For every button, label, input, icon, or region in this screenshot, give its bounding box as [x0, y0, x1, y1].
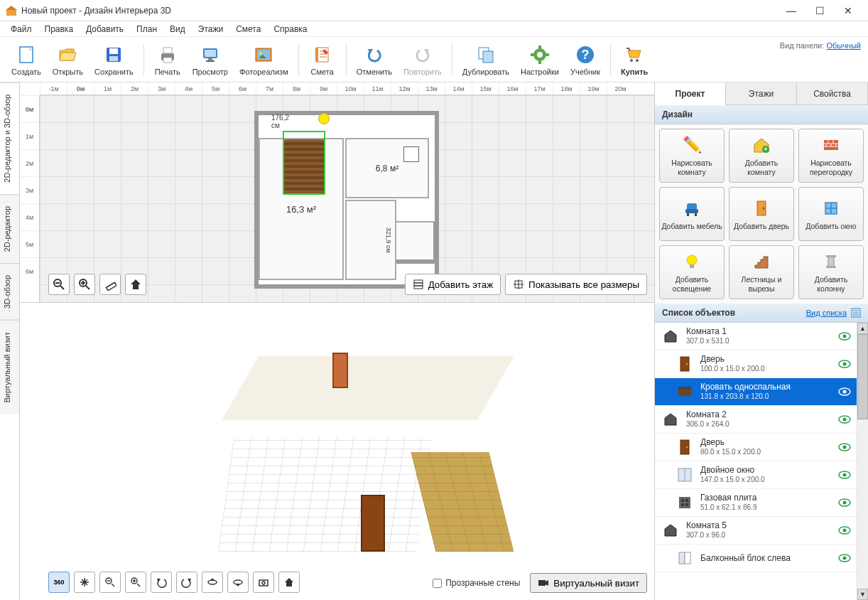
draw-partition-button[interactable]: Нарисовать перегородку	[798, 129, 864, 183]
stairs-button[interactable]: Лестницы и вырезы	[729, 245, 794, 299]
scroll-up-button[interactable]: ▲	[857, 323, 868, 334]
center-area: -1м0м1м2м3м4м5м6м7м8м9м10м11м12м13м14м15…	[20, 82, 655, 600]
zoom-out-3d-button[interactable]	[99, 572, 121, 593]
side-tab-virtual[interactable]: Виртуальный визит	[0, 320, 19, 414]
camera-button[interactable]	[253, 572, 274, 593]
list-item[interactable]: Балконный блок слева	[655, 545, 857, 572]
virtual-visit-button[interactable]: Виртуальный визит	[530, 573, 647, 593]
add-furniture-button[interactable]: Добавить мебель	[659, 187, 725, 241]
tb-preview[interactable]: Просмотр	[187, 41, 234, 79]
add-floor-button[interactable]: Добавить этаж	[405, 274, 501, 295]
scroll-down-button[interactable]: ▼	[857, 589, 868, 600]
visibility-toggle[interactable]	[838, 498, 851, 507]
tilt-up-button[interactable]	[202, 572, 223, 593]
item-dimensions: 80.0 x 15.0 x 200.0	[700, 448, 838, 457]
menu-plan[interactable]: План	[130, 23, 163, 36]
menu-add[interactable]: Добавить	[80, 23, 130, 36]
visibility-toggle[interactable]	[838, 554, 851, 562]
menu-floors[interactable]: Этажи	[192, 23, 229, 36]
visibility-toggle[interactable]	[838, 443, 851, 451]
zoom-in-3d-button[interactable]	[125, 572, 146, 593]
list-item[interactable]: Комната 5307.0 x 96.0	[655, 517, 857, 545]
tb-open[interactable]: Открыть	[47, 41, 89, 79]
tb-print[interactable]: Печать	[148, 41, 187, 79]
list-item[interactable]: Комната 1307.0 x 531.0	[655, 323, 857, 350]
list-mode-link[interactable]: Вид списка	[806, 309, 847, 317]
rtab-props[interactable]: Свойства	[797, 82, 868, 105]
list-item[interactable]: Двойное окно147.0 x 15.0 x 200.0	[655, 461, 857, 489]
side-tab-both[interactable]: 2D-редактор и 3D-обзор	[0, 82, 19, 194]
minimize-button[interactable]: —	[777, 1, 805, 21]
close-button[interactable]: ✕	[834, 1, 862, 21]
scroll-thumb[interactable]	[857, 334, 868, 419]
svg-rect-85	[695, 213, 697, 216]
extension[interactable]	[396, 221, 438, 264]
draw-room-button[interactable]: ✏️Нарисовать комнату	[659, 129, 725, 183]
list-item[interactable]: Газовая плита51.0 x 62.1 x 86.9	[655, 489, 857, 517]
tb-create[interactable]: Создать	[6, 41, 47, 79]
zoom-out-button[interactable]	[48, 274, 70, 295]
menu-file[interactable]: Файл	[4, 23, 38, 36]
rtab-project[interactable]: Проект	[655, 82, 726, 105]
menu-help[interactable]: Справка	[267, 23, 313, 36]
tb-duplicate[interactable]: Дублировать	[457, 41, 515, 79]
menu-estimate[interactable]: Смета	[229, 23, 267, 36]
transparent-walls-checkbox[interactable]: Прозрачные стены	[433, 578, 520, 588]
rotate-right-button[interactable]	[176, 572, 197, 593]
tb-photorealism[interactable]: Фотореализм	[234, 41, 294, 79]
door-icon	[675, 437, 695, 457]
list-settings-icon[interactable]	[851, 308, 861, 318]
object-list-scrollbar[interactable]: ▲ ▼	[857, 323, 868, 600]
tb-estimate[interactable]: Смета	[303, 41, 342, 79]
menu-view[interactable]: Вид	[163, 23, 192, 36]
add-window-button[interactable]: Добавить окно	[798, 187, 864, 241]
tb-tutorial[interactable]: ?Учебник	[565, 41, 606, 79]
tb-buy[interactable]: Купить	[615, 41, 653, 79]
item-name: Балконный блок слева	[700, 553, 838, 564]
bathroom[interactable]: 321,9 см	[345, 200, 396, 280]
list-item[interactable]: Дверь100.0 x 15.0 x 200.0	[655, 350, 857, 378]
svg-point-113	[843, 418, 847, 422]
rotate-left-button[interactable]	[151, 572, 172, 593]
add-room-button[interactable]: +Добавить комнату	[729, 129, 794, 183]
svg-rect-84	[687, 213, 689, 216]
list-item[interactable]: Дверь80.0 x 15.0 x 200.0	[655, 434, 857, 461]
zoom-in-button[interactable]	[74, 274, 95, 295]
tilt-down-button[interactable]	[227, 572, 249, 593]
measure-button[interactable]	[99, 274, 121, 295]
add-door-button[interactable]: Добавить дверь	[729, 187, 794, 241]
transparent-checkbox-input[interactable]	[433, 579, 442, 588]
visibility-toggle[interactable]	[838, 387, 851, 396]
light-bulb-icon[interactable]	[318, 113, 330, 124]
list-item[interactable]: Кровать односпальная131.8 x 203.8 x 120.…	[655, 378, 857, 406]
pan-button[interactable]	[74, 572, 95, 593]
home-3d-button[interactable]	[278, 572, 300, 593]
visibility-toggle[interactable]	[838, 526, 851, 535]
scroll-track[interactable]	[857, 419, 868, 589]
rtab-floors[interactable]: Этажи	[726, 82, 797, 105]
stove-object[interactable]	[403, 146, 419, 162]
tb-undo[interactable]: Отменить	[351, 41, 398, 79]
view-3d[interactable]: 360 Прозрачные стены Виртуальный визит	[20, 303, 654, 600]
tb-save[interactable]: Сохранить	[89, 41, 139, 79]
side-tab-3d[interactable]: 3D-обзор	[0, 263, 19, 320]
home-button[interactable]	[125, 274, 146, 295]
tb-settings[interactable]: Настройки	[515, 41, 565, 79]
add-column-button[interactable]: Добавить колонну	[798, 245, 864, 299]
list-item[interactable]: Комната 2306.0 x 264.0	[655, 406, 857, 434]
visibility-toggle[interactable]	[838, 332, 851, 341]
visibility-toggle[interactable]	[838, 360, 851, 368]
panel-mode-link[interactable]: Обычный	[826, 41, 861, 50]
visibility-toggle[interactable]	[838, 415, 851, 424]
svg-point-16	[259, 52, 262, 55]
view-2d[interactable]: -1м0м1м2м3м4м5м6м7м8м9м10м11м12м13м14м15…	[20, 82, 654, 303]
orbit-360-button[interactable]: 360	[48, 572, 70, 593]
visibility-toggle[interactable]	[838, 471, 851, 479]
svg-rect-133	[685, 552, 690, 564]
view2d-buttons: Добавить этаж Показывать все размеры	[405, 274, 647, 295]
side-tab-2d[interactable]: 2D-редактор	[0, 194, 19, 263]
menu-edit[interactable]: Правка	[38, 23, 80, 36]
maximize-button[interactable]: ☐	[805, 1, 834, 21]
show-dims-button[interactable]: Показывать все размеры	[505, 274, 647, 295]
add-lighting-button[interactable]: Добавить освещение	[659, 245, 725, 299]
